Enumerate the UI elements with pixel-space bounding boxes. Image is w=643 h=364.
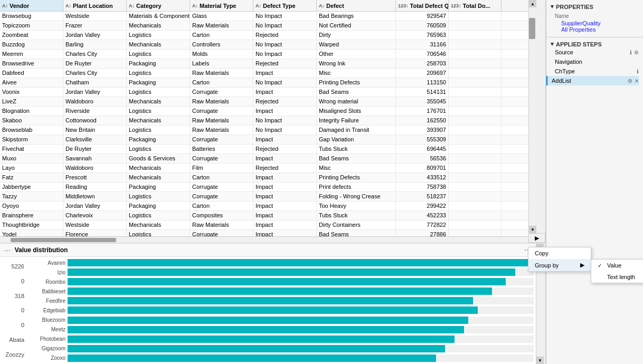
text-length-label: Text length	[607, 274, 635, 280]
copy-menu-item[interactable]: Copy	[528, 247, 591, 259]
context-menu: Copy Group by ▶ ✓ Value ✓ Text length	[528, 247, 591, 272]
submenu-arrow: ▶	[580, 262, 584, 269]
group-by-submenu: ✓ Value ✓ Text length	[591, 259, 643, 283]
text-length-submenu-item[interactable]: ✓ Text length	[591, 271, 643, 283]
value-submenu-item[interactable]: ✓ Value	[591, 260, 643, 271]
group-by-label: Group by	[535, 262, 559, 269]
context-menu-overlay: Copy Group by ▶ ✓ Value ✓ Text length	[0, 0, 643, 364]
copy-label: Copy	[535, 250, 549, 256]
group-by-menu-item[interactable]: Group by ▶ ✓ Value ✓ Text length	[528, 259, 591, 271]
value-label: Value	[607, 262, 621, 269]
value-check-icon: ✓	[598, 263, 604, 269]
